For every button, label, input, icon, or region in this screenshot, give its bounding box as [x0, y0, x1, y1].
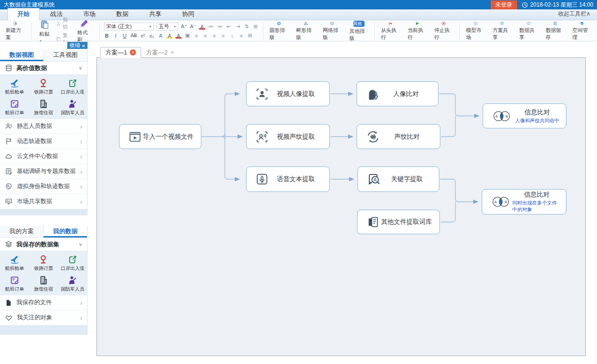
tab-data-view[interactable]: 数据视图 [0, 49, 43, 61]
paste-button[interactable]: 粘贴▾ [35, 19, 54, 43]
main-area: 方案—1 × 方案—2 × [96, 41, 586, 356]
node-import-video-file[interactable]: 导入一个视频文件 [119, 124, 201, 149]
bullet-list-button[interactable]: ≔ [208, 24, 214, 30]
menu-tab-data[interactable]: 数据 [106, 8, 138, 20]
dataset-military-personnel[interactable]: 国防军人员 [58, 273, 87, 294]
tab-plan-2[interactable]: 方案—2 × [141, 47, 178, 58]
cut-button[interactable]: 剪切 [56, 16, 72, 31]
text-effects-button[interactable]: A [158, 33, 164, 39]
menu-tab-share[interactable]: 共享 [139, 8, 171, 20]
my-data-panel: 我的方案 我的数据 我保存的数据集 ∨ 航班舱单 铁路订票 口岸出入境 航班 [0, 226, 88, 335]
dataset-hotel-stay[interactable]: 旅馆住宿 [29, 273, 58, 294]
menu-tab-start[interactable]: 开始 [8, 8, 40, 20]
font-size-select[interactable]: 五号▾ [157, 23, 178, 31]
node-face-compare[interactable]: 人像比对 [357, 81, 438, 106]
dataset-flight-order[interactable]: 航班订单 [0, 273, 29, 294]
run-from-start-button[interactable]: 从头执行 [377, 21, 404, 41]
dataset-border-entry-exit[interactable]: 口岸出入境 [58, 253, 87, 273]
network-layout-button[interactable]: 网络排版 [319, 21, 346, 41]
dataset-border-entry-exit[interactable]: 口岸出入境 [58, 76, 87, 97]
strikethrough-button[interactable]: AB [131, 33, 137, 38]
close-tab-icon[interactable]: × [170, 49, 174, 56]
sort-button[interactable]: ⇅ [244, 24, 250, 30]
subscript-button[interactable]: x₂ [149, 33, 155, 39]
flow-canvas[interactable]: 导入一个视频文件 视频人像提取 人像比对 视频声纹提取 声纹比对 [96, 57, 586, 356]
circle-layout-button[interactable]: 圆形排版 [266, 21, 293, 41]
outdent-button[interactable]: ⇤ [226, 24, 232, 30]
borders-button[interactable]: ⊞ [247, 32, 253, 39]
collapse-toolbar-button[interactable]: 收起工具栏∧ [558, 10, 590, 20]
highlight-color-button[interactable]: A [167, 33, 173, 39]
data-retention-button[interactable]: 数据留存 [542, 21, 569, 41]
dataset-railway-ticket[interactable]: 铁路订票 [29, 76, 58, 97]
grow-font-button[interactable]: A⁺ [181, 24, 187, 30]
bold-button[interactable]: B [104, 33, 110, 39]
data-share-button[interactable]: 数据共享 [515, 21, 542, 41]
my-watched-objects[interactable]: 我关注的对象 › [0, 310, 87, 325]
tab-my-data[interactable]: 我的数据 [43, 226, 87, 237]
character-shading-button[interactable]: ▣ [184, 32, 191, 39]
plan-share-button[interactable]: 方案共享 [489, 21, 516, 41]
tab-my-plans[interactable]: 我的方案 [0, 226, 43, 237]
align-right-button[interactable]: ≡ [211, 33, 217, 39]
dataset-railway-ticket[interactable]: 铁路订票 [29, 253, 58, 273]
tree-layout-button[interactable]: 树形排版 [292, 21, 319, 41]
sidebar-collapse-button[interactable]: 收缩 « [67, 42, 88, 49]
dataset-flight-order[interactable]: 航班订单 [0, 97, 29, 118]
italic-button[interactable]: I [113, 33, 119, 39]
space-manage-button[interactable]: 空间管理 [569, 21, 596, 41]
stop-run-button[interactable]: 停止执行 [430, 21, 457, 41]
align-justify-button[interactable]: ≡ [220, 33, 226, 39]
tab-tool-view[interactable]: 工具视图 [43, 49, 87, 61]
node-other-files-lexicon[interactable]: 其他文件提取词库 [357, 210, 440, 234]
node-speech-to-text[interactable]: 语音文本提取 [246, 166, 330, 192]
new-plan-button[interactable]: 新建方案 [2, 21, 29, 41]
section-saved-datasets[interactable]: 我保存的数据集 ∨ [0, 238, 87, 251]
paste-label: 粘贴 [39, 31, 49, 37]
circle-layout-label: 圆形排版 [270, 27, 289, 41]
dataset-hotel-stay[interactable]: 旅馆住宿 [29, 97, 58, 118]
category-dynamic-trajectory[interactable]: 动态轨迹数据 › [0, 134, 87, 149]
dataset-military-personnel[interactable]: 国防军人员 [58, 97, 87, 118]
shading-button[interactable]: ≡ [238, 33, 244, 39]
run-current-button[interactable]: 当前执行 [404, 21, 430, 41]
model-market-button[interactable]: 模型市场 [462, 21, 489, 41]
tab-plan-1[interactable]: 方案—1 × [100, 47, 141, 58]
close-tab-icon[interactable]: × [130, 49, 136, 55]
node-voiceprint-compare[interactable]: 声纹比对 [357, 124, 440, 149]
other-layout-icon: 其他 [353, 21, 365, 27]
node-video-face-extract[interactable]: 视频人像提取 [246, 81, 330, 106]
category-virtual-identity[interactable]: 虚拟身份和轨迹数据 › [0, 179, 87, 194]
font-color-button[interactable]: A [175, 33, 182, 39]
node-info-compare-2[interactable]: AB 信息比对 同时出现在多个文件中的对象 [482, 189, 566, 214]
line-spacing-button[interactable]: ↕ [229, 33, 235, 39]
node-info-compare-1[interactable]: AB 信息比对 人像和声纹共同命中 [483, 103, 566, 128]
section-high-value-data[interactable]: 高价值数据 ∨ [0, 62, 87, 75]
numbered-list-button[interactable]: ≕ [217, 24, 223, 30]
new-plan-label: 新建方案 [6, 27, 25, 41]
chevron-right-icon: › [80, 123, 82, 130]
clear-format-button[interactable]: A [199, 24, 205, 30]
category-static-personnel[interactable]: 静态人员数据 › [0, 119, 87, 134]
superscript-button[interactable]: x² [140, 33, 146, 39]
dataset-flight-manifest[interactable]: 航班舱单 [0, 253, 29, 273]
shrink-font-button[interactable]: A⁻ [190, 24, 196, 30]
login-status-badge[interactable]: 未登录 [491, 0, 517, 9]
category-research-library[interactable]: 基础调研与专题库数据 › [0, 164, 87, 179]
align-left-button[interactable]: ≡ [193, 33, 199, 39]
soldier-icon [67, 275, 78, 285]
font-family-select[interactable]: 宋体 (正文)▾ [104, 23, 154, 31]
table-button[interactable]: ⊞ [253, 24, 259, 30]
format-painter-button[interactable]: 格式刷 [73, 19, 95, 43]
node-keyword-extract[interactable]: A 关键字提取 [358, 166, 439, 192]
align-center-button[interactable]: ≡ [202, 33, 208, 39]
category-cloud-file-center[interactable]: 云文件中心数据 › [0, 149, 87, 164]
other-layout-button[interactable]: 其他 其他排版 [345, 21, 372, 41]
my-saved-files[interactable]: 我保存的文件 › [0, 295, 87, 310]
category-market-shared-data[interactable]: 市场共享数据 › [0, 194, 87, 209]
underline-button[interactable]: U [122, 33, 128, 39]
menu-tab-collab[interactable]: 协同 [172, 8, 204, 20]
dataset-flight-manifest[interactable]: 航班舱单 [0, 76, 29, 97]
node-video-voiceprint-extract[interactable]: 视频声纹提取 [246, 124, 330, 149]
indent-button[interactable]: ⇥ [235, 24, 241, 30]
